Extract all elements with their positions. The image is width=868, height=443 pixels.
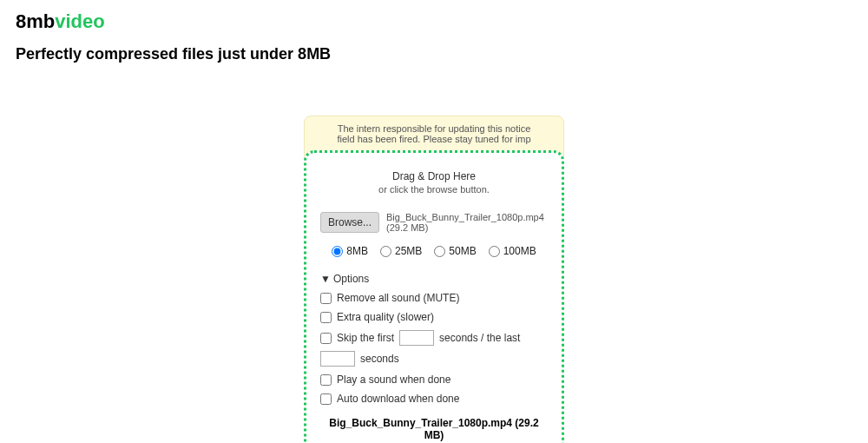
size-label-25mb: 25MB [395, 245, 422, 257]
logo-part2: video [55, 10, 104, 32]
size-radio-100mb[interactable] [489, 246, 500, 257]
option-skip: Skip the first seconds / the last second… [320, 330, 548, 367]
checkbox-mute[interactable] [320, 293, 332, 304]
drop-instruction-1: Drag & Drop Here [320, 170, 548, 182]
size-option-8mb[interactable]: 8MB [332, 245, 368, 257]
option-auto-download[interactable]: Auto download when done [320, 393, 548, 405]
label-skip-suffix: seconds [360, 353, 399, 365]
dropzone[interactable]: Drag & Drop Here or click the browse but… [304, 150, 564, 443]
option-quality[interactable]: Extra quality (slower) [320, 311, 548, 323]
logo-part1: 8mb [16, 10, 55, 32]
logo: 8mbvideo [16, 10, 852, 33]
size-radio-50mb[interactable] [434, 246, 445, 257]
size-label-50mb: 50MB [449, 245, 476, 257]
label-skip-prefix: Skip the first [337, 332, 394, 344]
checkbox-quality[interactable] [320, 312, 332, 323]
selected-filename: Big_Buck_Bunny_Trailer_1080p.mp4 (29.2 M… [386, 212, 548, 233]
label-skip-mid: seconds / the last [439, 332, 520, 344]
option-play-sound[interactable]: Play a sound when done [320, 374, 548, 386]
skip-last-input[interactable] [320, 351, 355, 367]
skip-first-input[interactable] [399, 330, 434, 346]
options-label: Options [333, 273, 369, 285]
label-auto-download: Auto download when done [337, 393, 459, 405]
file-summary: Big_Buck_Bunny_Trailer_1080p.mp4 (29.2 M… [320, 417, 548, 441]
chevron-down-icon: ▼ [320, 273, 331, 285]
label-quality: Extra quality (slower) [337, 311, 434, 323]
checkbox-auto-download[interactable] [320, 393, 332, 405]
size-option-50mb[interactable]: 50MB [434, 245, 476, 257]
size-option-25mb[interactable]: 25MB [380, 245, 422, 257]
label-play-sound: Play a sound when done [337, 374, 450, 386]
browse-button[interactable]: Browse... [320, 212, 379, 233]
label-mute: Remove all sound (MUTE) [337, 292, 459, 304]
size-option-100mb[interactable]: 100MB [489, 245, 536, 257]
size-radio-8mb[interactable] [332, 246, 343, 257]
option-mute[interactable]: Remove all sound (MUTE) [320, 292, 548, 304]
size-label-100mb: 100MB [503, 245, 536, 257]
checkbox-play-sound[interactable] [320, 374, 332, 386]
size-radio-group: 8MB 25MB 50MB 100MB [320, 245, 548, 257]
checkbox-skip[interactable] [320, 333, 332, 344]
tagline: Perfectly compressed files just under 8M… [16, 45, 852, 63]
drop-instruction-2: or click the browse button. [320, 184, 548, 195]
options-toggle[interactable]: ▼Options [320, 273, 548, 285]
size-label-8mb: 8MB [346, 245, 368, 257]
size-radio-25mb[interactable] [380, 246, 391, 257]
